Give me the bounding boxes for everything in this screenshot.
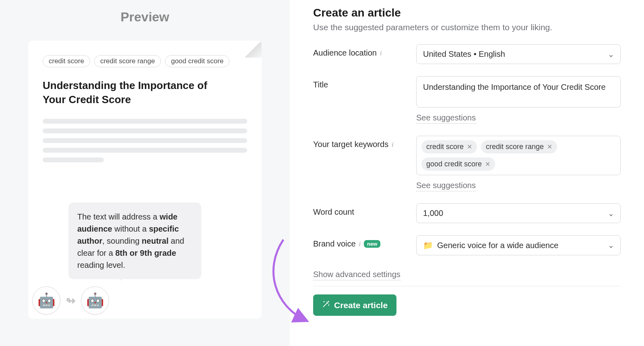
page-fold-icon bbox=[245, 41, 262, 58]
preview-panel: Preview credit score credit score range … bbox=[0, 0, 290, 346]
chevron-down-icon bbox=[608, 52, 614, 57]
form-subheading: Use the suggested parameters or customiz… bbox=[313, 23, 621, 32]
audience-location-select[interactable]: United States • English bbox=[416, 44, 621, 64]
keyword-chip: credit score ✕ bbox=[421, 140, 477, 153]
new-badge: new bbox=[364, 240, 380, 248]
preview-card: credit score credit score range good cre… bbox=[28, 41, 262, 319]
select-value: Generic voice for a wide audience bbox=[437, 241, 558, 250]
bubble-bold: neutral bbox=[142, 236, 169, 245]
magic-wand-icon bbox=[322, 300, 330, 310]
bubble-text: , sounding bbox=[102, 236, 142, 245]
robot-avatar-icon: 🤖 bbox=[81, 286, 109, 315]
preview-article-title: Understanding the Importance of Your Cre… bbox=[43, 79, 212, 107]
field-brand-voice: Brand voice i new 📁 Generic voice for a … bbox=[313, 235, 621, 255]
form-panel: Create an article Use the suggested para… bbox=[290, 0, 644, 346]
field-label: Your target keywords i bbox=[313, 136, 407, 149]
bubble-bold: 8th or 9th grade bbox=[115, 249, 176, 257]
keyword-chip: credit score range ✕ bbox=[481, 140, 557, 153]
show-advanced-settings-link[interactable]: Show advanced settings bbox=[313, 270, 400, 280]
voice-summary-block: The text will address a wide audience wi… bbox=[32, 203, 201, 315]
chip-remove-icon[interactable]: ✕ bbox=[467, 143, 472, 151]
field-label: Title bbox=[313, 76, 407, 89]
create-article-button[interactable]: Create article bbox=[313, 294, 396, 316]
info-icon[interactable]: i bbox=[392, 141, 393, 148]
button-label: Create article bbox=[334, 300, 388, 310]
preview-heading: Preview bbox=[28, 10, 262, 25]
label-text: Title bbox=[313, 80, 328, 89]
label-text: Your target keywords bbox=[313, 140, 388, 149]
form-heading: Create an article bbox=[313, 6, 621, 19]
brand-voice-select[interactable]: 📁 Generic voice for a wide audience bbox=[416, 235, 621, 255]
skeleton-placeholder bbox=[43, 119, 247, 162]
robot-avatar-icon: 🤖 bbox=[32, 286, 60, 315]
preview-tag: credit score bbox=[43, 55, 90, 67]
title-see-suggestions-link[interactable]: See suggestions bbox=[416, 113, 476, 124]
voice-summary-bubble: The text will address a wide audience wi… bbox=[68, 203, 201, 279]
label-text: Brand voice bbox=[313, 239, 356, 249]
preview-tag: good credit score bbox=[165, 55, 229, 67]
bubble-text: reading level. bbox=[77, 261, 125, 269]
title-input[interactable]: Understanding the Importance of Your Cre… bbox=[416, 76, 621, 108]
transform-arrow-icon: ↬ bbox=[66, 294, 75, 307]
preview-tag: credit score range bbox=[94, 55, 161, 67]
bubble-text: without a bbox=[112, 224, 149, 233]
field-audience-location: Audience location i United States • Engl… bbox=[313, 44, 621, 64]
folder-icon: 📁 bbox=[423, 240, 433, 250]
label-text: Word count bbox=[313, 207, 354, 217]
chevron-down-icon bbox=[608, 242, 614, 248]
chip-remove-icon[interactable]: ✕ bbox=[485, 160, 490, 168]
field-title: Title Understanding the Importance of Yo… bbox=[313, 76, 621, 124]
info-icon[interactable]: i bbox=[359, 240, 361, 248]
keywords-see-suggestions-link[interactable]: See suggestions bbox=[416, 181, 476, 191]
field-label: Brand voice i new bbox=[313, 235, 407, 249]
avatar-row: 🤖 ↬ 🤖 bbox=[32, 286, 201, 315]
bubble-text: The text will address a bbox=[77, 212, 160, 221]
keywords-input[interactable]: credit score ✕ credit score range ✕ good… bbox=[416, 136, 621, 175]
word-count-select[interactable]: 1,000 bbox=[416, 203, 621, 223]
keyword-chip: good credit score ✕ bbox=[421, 157, 495, 171]
label-text: Audience location bbox=[313, 48, 377, 58]
field-label: Audience location i bbox=[313, 44, 407, 58]
field-word-count: Word count 1,000 bbox=[313, 203, 621, 223]
info-icon[interactable]: i bbox=[380, 50, 382, 57]
chip-label: credit score bbox=[426, 143, 464, 151]
chip-label: good credit score bbox=[426, 160, 482, 168]
field-keywords: Your target keywords i credit score ✕ cr… bbox=[313, 136, 621, 191]
select-value: 1,000 bbox=[423, 209, 443, 218]
divider bbox=[313, 286, 621, 286]
chip-remove-icon[interactable]: ✕ bbox=[547, 143, 552, 151]
preview-tags: credit score credit score range good cre… bbox=[43, 55, 247, 67]
chevron-down-icon bbox=[608, 211, 614, 216]
select-value: United States • English bbox=[423, 50, 505, 59]
field-label: Word count bbox=[313, 203, 407, 217]
chip-label: credit score range bbox=[486, 143, 544, 151]
